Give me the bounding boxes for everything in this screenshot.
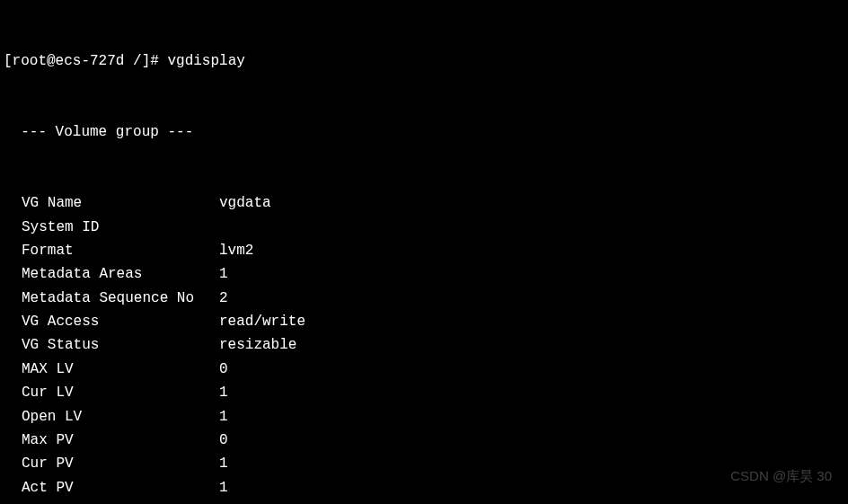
row-indent (4, 287, 22, 310)
vg-row: System ID (4, 216, 844, 239)
vg-row-value: 1 (219, 381, 228, 404)
vg-row: Open LV1 (4, 405, 844, 429)
terminal[interactable]: [root@ecs-727d /]# vgdisplay --- Volume … (4, 2, 844, 504)
vg-row-label: VG Size (22, 500, 219, 504)
vg-row-value: read/write (219, 310, 305, 333)
vg-row-value: 1 (219, 452, 228, 475)
row-indent (4, 358, 22, 381)
vg-row: VG Namevgdata (4, 191, 844, 215)
vg-row-value: lvm2 (219, 239, 253, 262)
vg-row-label: Open LV (22, 405, 219, 429)
row-indent (4, 381, 22, 404)
row-indent (4, 452, 22, 475)
vg-row: Cur PV1 (4, 452, 844, 475)
vg-row: VG Accessread/write (4, 310, 844, 333)
row-indent (4, 405, 22, 429)
vg-row-label: VG Access (22, 310, 219, 333)
vg-row: Act PV1 (4, 476, 844, 500)
row-indent (4, 429, 22, 452)
shell-prompt: [root@ecs-727d /]# (4, 49, 167, 73)
row-indent (4, 239, 22, 262)
vg-row: VG Size<20.00 GiB (4, 500, 844, 504)
vg-row-label: Format (22, 239, 219, 262)
vg-row-label: VG Name (22, 191, 219, 215)
prompt-line: [root@ecs-727d /]# vgdisplay (4, 49, 844, 73)
vg-row-label: Act PV (22, 476, 219, 500)
vg-row-label: Cur PV (22, 452, 219, 475)
vg-row-label: VG Status (22, 333, 219, 357)
vg-row: Metadata Areas1 (4, 262, 844, 286)
vg-row: VG Statusresizable (4, 333, 844, 357)
vg-row-value: 0 (219, 429, 228, 452)
vg-row-value: 0 (219, 358, 228, 381)
vg-rows: VG Namevgdata System ID Formatlvm2 Metad… (4, 191, 844, 504)
vg-header: --- Volume group --- (4, 120, 844, 144)
row-indent (4, 476, 22, 500)
vg-row-label: Max PV (22, 429, 219, 452)
row-indent (4, 333, 22, 357)
row-indent (4, 216, 22, 239)
vg-row-label: Metadata Sequence No (22, 287, 219, 310)
vg-row: MAX LV0 (4, 358, 844, 381)
vg-row-value: 2 (219, 287, 228, 310)
vg-row-label: Metadata Areas (22, 262, 219, 286)
vg-row: Metadata Sequence No2 (4, 287, 844, 310)
row-indent (4, 191, 22, 215)
vg-row-value: resizable (219, 333, 296, 357)
vg-row-label: MAX LV (22, 358, 219, 381)
vg-row: Formatlvm2 (4, 239, 844, 262)
command-text: vgdisplay (167, 49, 244, 73)
vg-row: Max PV0 (4, 429, 844, 452)
vg-row: Cur LV1 (4, 381, 844, 404)
vg-row-value: <20.00 GiB (219, 500, 305, 504)
vg-row-value: 1 (219, 262, 228, 286)
vg-row-label: System ID (22, 216, 219, 239)
row-indent (4, 262, 22, 286)
row-indent (4, 310, 22, 333)
vg-row-value: 1 (219, 405, 228, 429)
vg-row-value: vgdata (219, 191, 271, 215)
vg-row-value: 1 (219, 476, 228, 500)
vg-row-label: Cur LV (22, 381, 219, 404)
row-indent (4, 500, 22, 504)
